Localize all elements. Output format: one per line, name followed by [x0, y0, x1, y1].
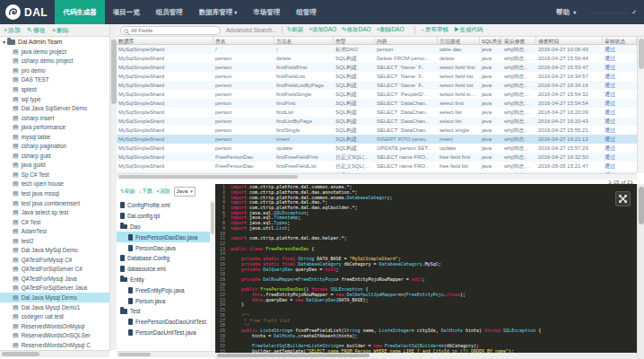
cell-审核状态[interactable]: 通过 [603, 72, 637, 81]
dao-发布审核-button[interactable]: →发布审核 [420, 26, 449, 34]
tree-item[interactable]: ▤sql type [0, 94, 109, 104]
scrollbar-thumb[interactable] [217, 354, 370, 357]
tree-item[interactable]: ▤pro demo [0, 66, 109, 75]
cell-审核状态[interactable]: 通过 [603, 153, 637, 162]
file-tree-folder-Entity[interactable]: Entity [117, 275, 210, 285]
file-tree-file-FreePersonDaoDaoUnitTest.[interactable]: FreePersonDaoDaoUnitTest. [117, 317, 210, 328]
advanced-search-link[interactable]: Advanced Search... [226, 27, 277, 33]
tree-item[interactable]: ▤csharp pagination [0, 141, 109, 151]
table-row[interactable]: MySqlSimpleShardFreePersonDaofindFreeFie… [117, 153, 637, 162]
file-tree-folder-Dao[interactable]: Dao [117, 222, 210, 232]
code-vertical-scrollbar[interactable] [637, 184, 644, 359]
tree-item[interactable]: ▤java performance [0, 122, 109, 132]
column-header-0[interactable]: 数据库 [117, 37, 213, 44]
column-header-4[interactable]: 内容 [375, 37, 438, 44]
cell-审核状态[interactable]: 通过 [603, 54, 637, 63]
column-header-9[interactable]: 审核状态 [603, 37, 637, 44]
tree-item[interactable]: ▤DAS TEST [0, 75, 109, 85]
nav-item-组员管理[interactable]: 组员管理 [148, 0, 191, 24]
dao-删除DAO-button[interactable]: ×删除DAO [377, 26, 405, 34]
cell-审核状态[interactable]: 通过 [603, 108, 637, 117]
table-row[interactable]: MySqlSimpleShardFreePersonDaofindFreeFie… [117, 162, 637, 171]
tree-item[interactable]: ▤csharp demo project [0, 57, 109, 66]
tree-添加-button[interactable]: +添加 [4, 26, 21, 35]
scrollbar-thumb[interactable] [639, 39, 644, 69]
file-tree-file-datasource.xml[interactable]: datasource.xml [117, 264, 210, 275]
tree-item[interactable]: ▤sptest [0, 84, 109, 94]
tree-item[interactable]: ▤Dal Java SqlServer Demo [0, 103, 109, 113]
file-tree-file-FreeEntityPojo.java[interactable]: FreeEntityPojo.java [117, 285, 210, 295]
column-header-3[interactable]: 类型 [334, 37, 375, 44]
nav-item-组管理[interactable]: 组管理 [288, 0, 325, 24]
table-row[interactable]: MySqlSimpleShardpersoninsertSQL构建INSERT … [117, 135, 637, 144]
tree-item[interactable]: ▤C# Test [0, 217, 109, 227]
tree-修改-button[interactable]: ✎修改 [27, 26, 46, 35]
tree-item[interactable]: ▤test java combineinsert [0, 198, 109, 208]
tree-item[interactable]: ▤Dal Java Mysql Demo1 [0, 302, 109, 312]
table-row[interactable]: MySqlSimpleShardpersonfindFirstSQL构建SELE… [117, 99, 637, 108]
cell-审核状态[interactable]: 通过 [603, 45, 637, 54]
tree-item[interactable]: ▤test java mssql [0, 188, 109, 198]
tree-item[interactable]: ▤QATestForMysql Java [0, 274, 109, 284]
tree-item[interactable]: ▤codegen uat test [0, 311, 109, 321]
cell-审核状态[interactable]: 通过 [603, 63, 637, 72]
file-tree-file-PersonDaoUnitTest.java[interactable]: PersonDaoUnitTest.java [117, 328, 210, 338]
dao-添加DAO-button[interactable]: +添加DAO [309, 26, 336, 34]
language-select[interactable]: Java ▾ [174, 187, 196, 197]
tree-item[interactable]: ▤QATestForSqlServer C# [0, 265, 109, 275]
tree-item[interactable]: ▤test2 [0, 236, 109, 246]
tree-item[interactable]: ▤QATestForMysql C# [0, 255, 109, 265]
tree-item[interactable]: ▤Sp C# Test [0, 170, 109, 180]
cell-审核状态[interactable]: 通过 [603, 144, 637, 153]
project-tree-vertical-scrollbar[interactable] [109, 25, 117, 350]
table-row[interactable]: MySqlSimpleShardpersonfindFieldSingleSQL… [117, 90, 637, 99]
cell-审核状态[interactable]: 通过 [603, 90, 637, 99]
search-input[interactable] [131, 28, 212, 33]
table-row[interactable]: MySqlSimpleShardpersonfindFieldListByPag… [117, 81, 637, 90]
project-tree-horizontal-scrollbar[interactable] [0, 350, 109, 357]
dao-刷新-button[interactable]: ↻刷新 [287, 26, 303, 34]
tree-item[interactable]: ▤csharp guid [0, 151, 109, 161]
table-row[interactable]: MySqlSimpleShardpersonfindFieldListSQL构建… [117, 72, 637, 81]
table-row[interactable]: MySqlSimpleShardpersondeleteSQL构建Delete … [117, 54, 637, 63]
tree-item[interactable]: ▤Dal Java MySql Demo [0, 245, 109, 255]
tree-item[interactable]: ▤java guild [0, 161, 109, 171]
file-tree-folder-Test[interactable]: Test [117, 306, 210, 317]
scrollbar-thumb[interactable] [118, 353, 151, 356]
fullscreen-icon[interactable] [615, 191, 631, 206]
table-row[interactable]: MySqlSimpleShardpersonfindSingleSQL构建SEL… [117, 126, 637, 135]
table-row[interactable]: MySqlSimpleShardpersonupdateSQL构建UPDATE … [117, 144, 637, 153]
column-header-7[interactable]: 最后修改 [502, 37, 536, 44]
help-menu[interactable]: 帮助 ▾ [556, 8, 576, 17]
tree-item[interactable]: ▤ReservedWordsOnMysql C [0, 340, 109, 350]
nav-item-数据库管理[interactable]: 数据库管理▾ [191, 0, 246, 24]
gen-清除-button[interactable]: ×清除 [156, 188, 170, 196]
column-header-5[interactable]: 方法描述 [438, 37, 480, 44]
dao-生成代码-button[interactable]: ▶生成代码 [454, 26, 483, 34]
table-row[interactable]: MySqlSimpleShard//标准DAOpersontable daoja… [117, 45, 637, 54]
tree-item[interactable]: ▤ReservedWordsOnSQLSer [0, 330, 109, 340]
column-header-6[interactable]: SQL类别 [480, 37, 502, 44]
tree-item[interactable]: ▤java demo project [0, 47, 109, 57]
gen-刷新-button[interactable]: ↻刷新 [120, 188, 135, 196]
file-tree-file-PersonDao.java[interactable]: PersonDao.java [117, 242, 210, 253]
column-header-8[interactable]: 修改时间 [536, 37, 603, 44]
nav-item-市场管理[interactable]: 市场管理 [245, 0, 288, 24]
tree-item[interactable]: ▤AdamTest [0, 226, 109, 236]
column-header-1[interactable]: 类名 [213, 37, 274, 44]
column-header-2[interactable]: 方法名 [274, 37, 334, 44]
cell-审核状态[interactable]: 通过 [603, 135, 637, 144]
tree-item[interactable]: ▤Java select sp test [0, 207, 109, 217]
tree-item[interactable]: ▤Dal Java Mysql Demo [0, 293, 109, 302]
table-row[interactable]: MySqlSimpleShardpersonfindListByPageSQL构… [117, 117, 637, 126]
file-tree-file-Database.Config[interactable]: Database.Config [117, 253, 210, 264]
tree-item[interactable]: ▤QATestForSqlServer Java [0, 284, 109, 293]
table-row[interactable]: MySqlSimpleShardpersonfindListSQL构建SELEC… [117, 108, 637, 117]
cell-审核状态[interactable]: 通过 [603, 162, 637, 171]
tree-root-dal-admin-team[interactable]: ▾Dal Admin Team [0, 37, 109, 47]
file-tree-file-Person.java[interactable]: Person.java [117, 295, 210, 306]
tree-item[interactable]: ▤mysql table [0, 132, 109, 142]
cell-审核状态[interactable]: 通过 [603, 81, 637, 90]
scrollbar-thumb[interactable] [639, 187, 644, 224]
user-menu[interactable]: ··············· [588, 10, 629, 15]
